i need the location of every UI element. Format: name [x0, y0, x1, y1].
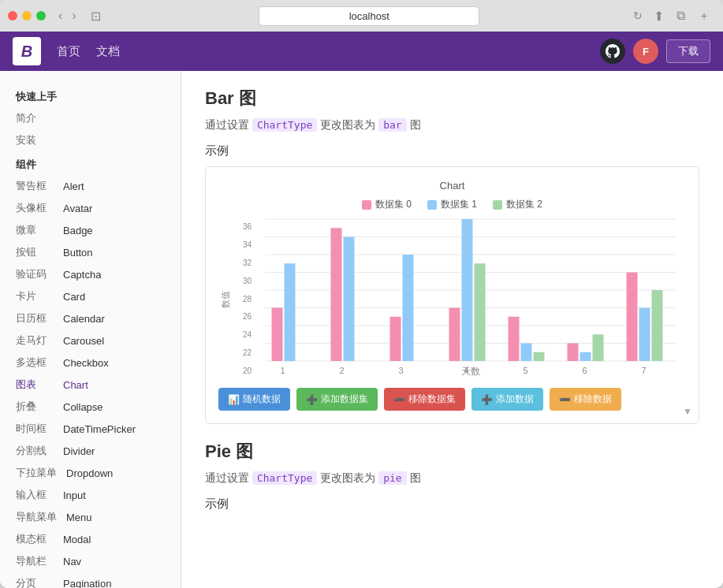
bar-d6-ds0	[568, 344, 579, 362]
sidebar-item-nav[interactable]: 导航栏 Nav	[0, 550, 181, 572]
sidebar-item-divider[interactable]: 分割线 Divider	[0, 440, 181, 462]
sidebar-item-alert[interactable]: 警告框 Alert	[0, 175, 181, 197]
sidebar-item-intro[interactable]: 简介	[0, 107, 181, 129]
x-label-1: 1	[280, 366, 285, 375]
bar-chart-legend: 数据集 0 数据集 1 数据集 2	[218, 198, 686, 211]
sidebar-item-badge[interactable]: 微章 Badge	[0, 219, 181, 241]
bar-d7-ds2	[652, 290, 663, 361]
bar-d2-ds1	[344, 237, 355, 362]
new-tab-button[interactable]: ⧉	[672, 6, 690, 26]
bar-d3-ds0	[390, 317, 401, 361]
sidebar-cn-carousel: 走马灯	[16, 333, 54, 348]
sidebar-en-modal: Modal	[63, 534, 91, 545]
app-navbar: B 首页 文档 F 下载	[0, 32, 723, 71]
sidebar-en-alert: Alert	[63, 180, 84, 192]
chart-action-buttons: 📊 随机数据 ➕ 添加数据集 ➖ 移除数据集 ➕	[218, 388, 686, 411]
sidebar-item-install[interactable]: 安装	[0, 129, 181, 151]
sidebar-section-components: 组件	[0, 151, 181, 175]
sidebar-item-chart[interactable]: 图表 Chart	[0, 374, 181, 396]
remove-dataset-button[interactable]: ➖ 移除数据集	[384, 388, 465, 411]
sidebar-cn-collapse: 折叠	[16, 400, 54, 414]
sidebar-item-collapse[interactable]: 折叠 Collapse	[0, 396, 181, 418]
bar-d7-ds0	[627, 273, 638, 362]
download-button[interactable]: 下载	[666, 39, 710, 63]
bar-d6-ds1	[580, 352, 591, 361]
legend-item-0: 数据集 0	[362, 198, 412, 211]
sidebar-en-calendar: Calendar	[63, 313, 105, 325]
sidebar-item-card[interactable]: 卡片 Card	[0, 285, 181, 307]
bar-d3-ds1	[403, 255, 414, 361]
x-label-2: 2	[339, 366, 344, 375]
remove-data-button[interactable]: ➖ 移除数据	[550, 388, 621, 411]
add-tab-button[interactable]: ＋	[693, 6, 715, 26]
add-data-label: 添加数据	[496, 393, 534, 406]
sidebar-cn-menu: 导航菜单	[16, 510, 57, 524]
add-dataset-label: 添加数据集	[321, 393, 368, 406]
sidebar-item-pagination[interactable]: 分页 Pagination	[0, 572, 181, 588]
sidebar: 快速上手 简介 安装 组件 警告框 Alert 头像框 Avatar 微章 Ba…	[0, 71, 181, 588]
bar-chart-title: Chart	[218, 180, 686, 192]
sidebar-item-carousel[interactable]: 走马灯 Carousel	[0, 329, 181, 352]
reload-button[interactable]: ↻	[633, 9, 643, 22]
chart-icon: 📊	[228, 394, 240, 405]
sidebar-item-input[interactable]: 输入框 Input	[0, 484, 181, 506]
sidebar-item-checkbox[interactable]: 多选框 Checkbox	[0, 352, 181, 374]
nav-docs[interactable]: 文档	[96, 44, 120, 59]
y-axis-ticks: 36 34 32 30 28 26 24 22 20	[233, 219, 255, 378]
sidebar-item-modal[interactable]: 模态框 Modal	[0, 528, 181, 550]
legend-item-2: 数据集 2	[493, 198, 542, 211]
pie-section-title: Pie 图	[205, 440, 699, 463]
circle-red-button[interactable]: F	[633, 39, 658, 64]
minimize-button[interactable]	[22, 11, 32, 20]
app-window: ‹ › ⊡ ↻ ⬆ ⧉ ＋ B 首页 文档 F 下载	[0, 0, 723, 588]
bar-d6-ds2	[593, 334, 604, 361]
sidebar-cn-modal: 模态框	[16, 532, 54, 546]
brand-logo[interactable]: B	[13, 37, 41, 65]
sidebar-item-captcha[interactable]: 验证码 Captcha	[0, 263, 181, 285]
pie-section: Pie 图 通过设置 ChartType 更改图表为 pie 图 示例	[205, 440, 699, 512]
window-arrange-button[interactable]: ⊡	[86, 7, 106, 25]
remove-dataset-label: 移除数据集	[408, 393, 456, 406]
bar-d7-ds1	[639, 308, 650, 362]
sidebar-en-captcha: Captcha	[63, 269, 101, 281]
nav-arrows: ‹ ›	[55, 7, 80, 24]
bar-example-label: 示例	[205, 143, 699, 158]
sidebar-item-calendar[interactable]: 日历框 Calendar	[0, 307, 181, 329]
back-button[interactable]: ‹	[55, 7, 65, 24]
sidebar-cn-card: 卡片	[16, 289, 54, 303]
random-data-label: 随机数据	[243, 393, 281, 406]
random-data-button[interactable]: 📊 随机数据	[218, 388, 290, 411]
sidebar-en-dropdown: Dropdown	[66, 467, 113, 479]
navbar-right: F 下载	[600, 39, 710, 64]
pie-charttype-code: ChartType	[252, 471, 317, 485]
sidebar-cn-checkbox: 多选框	[16, 355, 54, 370]
sidebar-en-avatar: Avatar	[63, 203, 92, 214]
x-label-3: 3	[398, 366, 403, 375]
url-input[interactable]	[259, 6, 479, 26]
sidebar-item-menu[interactable]: 导航菜单 Menu	[0, 506, 181, 528]
bar-section-title: Bar 图	[205, 87, 699, 110]
pie-section-desc: 通过设置 ChartType 更改图表为 pie 图	[205, 471, 699, 486]
bar-code: bar	[378, 118, 406, 132]
nav-home[interactable]: 首页	[57, 44, 80, 59]
sidebar-item-avatar[interactable]: 头像框 Avatar	[0, 197, 181, 219]
sidebar-item-button[interactable]: 按钮 Button	[0, 241, 181, 263]
x-label-6: 6	[582, 366, 587, 375]
sidebar-en-input: Input	[63, 489, 86, 501]
add-data-button[interactable]: ➕ 添加数据	[471, 388, 543, 411]
sidebar-item-datetimepicker[interactable]: 时间框 DateTimePicker	[0, 418, 181, 440]
share-button[interactable]: ⬆	[649, 6, 669, 26]
sidebar-item-dropdown[interactable]: 下拉菜单 Dropdown	[0, 462, 181, 484]
github-button[interactable]	[600, 39, 625, 64]
forward-button[interactable]: ›	[69, 7, 79, 24]
legend-dot-0	[362, 200, 371, 210]
bar-d4-ds1	[462, 219, 473, 361]
maximize-button[interactable]	[36, 11, 46, 20]
close-button[interactable]	[8, 11, 17, 20]
sidebar-section-quickstart: 快速上手	[0, 84, 181, 107]
sidebar-cn-badge: 微章	[16, 223, 54, 237]
sidebar-cn-captcha: 验证码	[16, 267, 54, 281]
collapse-indicator[interactable]: ▼	[683, 406, 692, 417]
add-dataset-button[interactable]: ➕ 添加数据集	[296, 388, 378, 411]
sidebar-cn-calendar: 日历框	[16, 311, 54, 326]
